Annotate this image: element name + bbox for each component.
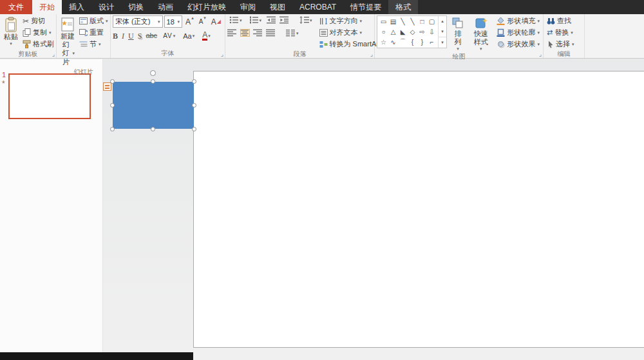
shape-icon[interactable]: ⌒ xyxy=(400,37,406,46)
shape-icon[interactable]: □ xyxy=(420,18,424,25)
justify-button[interactable] xyxy=(266,29,276,37)
text-shadow-button[interactable]: S xyxy=(138,32,142,40)
resize-handle-top-left[interactable] xyxy=(110,79,115,84)
font-dialog-launcher[interactable]: ⌟ xyxy=(221,52,223,57)
tab-design[interactable]: 设计 xyxy=(91,0,121,14)
tab-transitions[interactable]: 切换 xyxy=(121,0,151,14)
paragraph-dialog-launcher[interactable]: ⌟ xyxy=(370,52,373,57)
resize-handle-bottom-center[interactable] xyxy=(151,127,155,131)
shape-outline-button[interactable]: 形状轮廓 ▾ xyxy=(495,27,541,38)
clipboard-dialog-launcher[interactable]: ⌟ xyxy=(52,52,55,57)
increase-font-button[interactable]: A ▴ xyxy=(184,15,196,28)
resize-handle-top-center[interactable] xyxy=(151,79,155,84)
shape-icon[interactable]: ▤ xyxy=(390,18,396,25)
shape-icon[interactable]: △ xyxy=(391,28,396,35)
select-button[interactable]: 选择 ▾ xyxy=(545,39,576,50)
gallery-more-button[interactable]: ▾ xyxy=(439,37,446,48)
gallery-scroll-down-button[interactable]: ▾ xyxy=(439,26,446,37)
selected-rectangle-shape[interactable] xyxy=(113,82,194,129)
rotation-handle[interactable] xyxy=(150,70,156,76)
resize-handle-middle-right[interactable] xyxy=(192,103,196,108)
tab-review[interactable]: 审阅 xyxy=(233,0,263,14)
font-color-icon: A xyxy=(202,31,207,41)
tab-insert[interactable]: 插入 xyxy=(62,0,91,14)
replace-button[interactable]: ⇄ 替换 ▾ xyxy=(545,27,576,38)
bold-button[interactable]: B xyxy=(113,32,118,40)
resize-handle-top-right[interactable] xyxy=(192,79,196,84)
shape-icon[interactable]: { xyxy=(412,39,413,46)
character-spacing-button[interactable]: AV ▾ xyxy=(161,30,177,42)
align-left-button[interactable] xyxy=(227,29,237,37)
tab-storyboard[interactable]: 情节提要 xyxy=(343,0,388,14)
shape-icon[interactable]: ⌐ xyxy=(430,39,434,46)
tab-home[interactable]: 开始 xyxy=(32,0,62,14)
shape-icon[interactable]: ∿ xyxy=(390,39,395,46)
shape-icon[interactable]: ▭ xyxy=(381,18,386,25)
tab-acrobat[interactable]: ACROBAT xyxy=(292,0,343,14)
change-case-button[interactable]: Aa ▾ xyxy=(181,30,196,42)
shape-icon[interactable]: ◇ xyxy=(410,28,415,35)
tab-slideshow[interactable]: 幻灯片放映 xyxy=(180,0,233,14)
columns-button[interactable]: ▾ xyxy=(284,28,301,37)
font-size-combobox[interactable]: 18 ▾ xyxy=(164,15,183,28)
group-label-drawing: 绘图 xyxy=(453,52,466,61)
find-icon xyxy=(547,17,555,25)
drawing-dialog-launcher[interactable]: ⌟ xyxy=(539,52,542,57)
tab-file[interactable]: 文件 xyxy=(0,0,32,14)
decrease-font-button[interactable]: A ▾ xyxy=(197,15,208,28)
shape-icon[interactable]: ⇩ xyxy=(429,28,434,35)
slide-canvas[interactable] xyxy=(193,71,644,348)
gallery-scroll-up-button[interactable]: ▴ xyxy=(439,16,446,26)
tab-view[interactable]: 视图 xyxy=(263,0,292,14)
paste-button[interactable]: 粘贴 ▾ xyxy=(2,15,20,47)
quick-styles-button[interactable]: 快速样式 ▾ xyxy=(469,15,493,52)
shape-icon[interactable]: } xyxy=(421,39,423,46)
find-button[interactable]: 查找 xyxy=(545,15,576,26)
decrease-indent-button[interactable] xyxy=(267,16,276,24)
align-center-button[interactable] xyxy=(240,29,250,37)
reset-button[interactable]: 重置 xyxy=(78,27,109,38)
resize-handle-bottom-left[interactable] xyxy=(110,127,115,131)
shape-icon[interactable]: ⇨ xyxy=(419,28,424,35)
slide-1-thumbnail[interactable] xyxy=(8,73,91,119)
layout-button[interactable]: 版式 ▾ xyxy=(78,15,109,26)
arrange-button[interactable]: 排列 ▾ xyxy=(450,15,466,52)
bullets-button[interactable]: ▾ xyxy=(227,15,244,24)
resize-handle-middle-left[interactable] xyxy=(110,103,115,108)
italic-button[interactable]: I xyxy=(122,32,124,40)
shape-effects-button[interactable]: 形状效果 ▾ xyxy=(495,39,541,50)
clear-formatting-button[interactable]: A ◢ xyxy=(209,15,223,28)
shapes-gallery[interactable]: ▭ ▤ ╲ ╲ □ ▢ ○ △ ◣ ◇ ⇨ ⇩ ☆ ∿ ⌒ { } xyxy=(377,15,447,48)
shapes-grid: ▭ ▤ ╲ ╲ □ ▢ ○ △ ◣ ◇ ⇨ ⇩ ☆ ∿ ⌒ { } xyxy=(377,16,438,48)
chevron-down-icon: ▾ xyxy=(178,19,180,24)
new-slide-button[interactable]: 新建 幻灯片▾ xyxy=(59,15,77,68)
align-text-label: 对齐文本 xyxy=(330,28,358,37)
shape-icon[interactable]: ○ xyxy=(381,28,385,35)
slide-thumbnail-panel[interactable]: 1 * xyxy=(0,59,103,352)
shape-icon[interactable]: ▢ xyxy=(429,18,435,25)
strikethrough-button[interactable]: abc xyxy=(146,32,157,39)
smartart-icon xyxy=(319,41,328,48)
paste-label: 粘贴 xyxy=(4,33,18,41)
numbering-button[interactable]: ▾ xyxy=(247,15,264,24)
increase-indent-button[interactable] xyxy=(279,16,289,24)
shape-fill-button[interactable]: 形状填充 ▾ xyxy=(495,15,541,26)
smart-tag-icon[interactable] xyxy=(103,82,111,91)
shape-icon[interactable]: ╲ xyxy=(401,18,404,25)
font-color-button[interactable]: A ▾ xyxy=(200,30,213,42)
cut-button[interactable]: ✂ 剪切 xyxy=(21,15,55,26)
line-spacing-button[interactable]: ▾ xyxy=(298,15,314,24)
font-name-combobox[interactable]: 宋体 (正文) ▾ xyxy=(113,15,163,28)
copy-button[interactable]: 复制 ▾ xyxy=(21,27,55,38)
shape-icon[interactable]: ☆ xyxy=(381,39,386,46)
section-button[interactable]: 节 ▾ xyxy=(78,39,109,50)
tab-format-contextual[interactable]: 格式 xyxy=(388,0,418,14)
resize-handle-bottom-right[interactable] xyxy=(192,127,196,131)
format-painter-button[interactable]: 格式刷 xyxy=(21,39,55,50)
shape-icon[interactable]: ╲ xyxy=(410,18,414,25)
align-right-button[interactable] xyxy=(253,29,263,37)
caret-icon: ▾ xyxy=(310,18,312,23)
underline-button[interactable]: U xyxy=(128,32,134,40)
shape-icon[interactable]: ◣ xyxy=(401,28,406,35)
tab-animations[interactable]: 动画 xyxy=(151,0,180,14)
